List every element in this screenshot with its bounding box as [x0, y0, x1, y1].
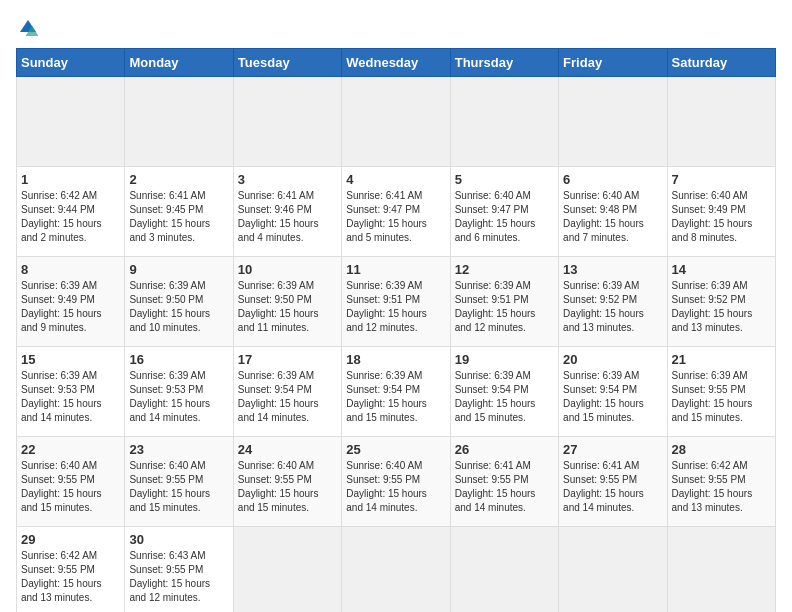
- week-row-2: 8Sunrise: 6:39 AMSunset: 9:49 PMDaylight…: [17, 257, 776, 347]
- cell-info: Sunrise: 6:39 AMSunset: 9:55 PMDaylight:…: [672, 369, 771, 425]
- calendar-cell: 24Sunrise: 6:40 AMSunset: 9:55 PMDayligh…: [233, 437, 341, 527]
- calendar-cell: [559, 77, 667, 167]
- day-number: 4: [346, 172, 445, 187]
- cell-info: Sunrise: 6:40 AMSunset: 9:55 PMDaylight:…: [129, 459, 228, 515]
- week-row-5: 29Sunrise: 6:42 AMSunset: 9:55 PMDayligh…: [17, 527, 776, 613]
- cell-info: Sunrise: 6:39 AMSunset: 9:52 PMDaylight:…: [563, 279, 662, 335]
- cell-info: Sunrise: 6:41 AMSunset: 9:46 PMDaylight:…: [238, 189, 337, 245]
- day-number: 13: [563, 262, 662, 277]
- day-number: 26: [455, 442, 554, 457]
- calendar-cell: 27Sunrise: 6:41 AMSunset: 9:55 PMDayligh…: [559, 437, 667, 527]
- day-number: 21: [672, 352, 771, 367]
- calendar-cell: [125, 77, 233, 167]
- week-row-0: [17, 77, 776, 167]
- day-number: 25: [346, 442, 445, 457]
- cell-info: Sunrise: 6:42 AMSunset: 9:55 PMDaylight:…: [672, 459, 771, 515]
- calendar-cell: 26Sunrise: 6:41 AMSunset: 9:55 PMDayligh…: [450, 437, 558, 527]
- day-number: 17: [238, 352, 337, 367]
- day-number: 24: [238, 442, 337, 457]
- calendar-cell: 20Sunrise: 6:39 AMSunset: 9:54 PMDayligh…: [559, 347, 667, 437]
- day-number: 8: [21, 262, 120, 277]
- calendar-cell: [667, 77, 775, 167]
- week-row-4: 22Sunrise: 6:40 AMSunset: 9:55 PMDayligh…: [17, 437, 776, 527]
- calendar-cell: 14Sunrise: 6:39 AMSunset: 9:52 PMDayligh…: [667, 257, 775, 347]
- calendar-cell: 11Sunrise: 6:39 AMSunset: 9:51 PMDayligh…: [342, 257, 450, 347]
- calendar-cell: 30Sunrise: 6:43 AMSunset: 9:55 PMDayligh…: [125, 527, 233, 613]
- calendar-cell: 8Sunrise: 6:39 AMSunset: 9:49 PMDaylight…: [17, 257, 125, 347]
- day-number: 18: [346, 352, 445, 367]
- calendar-cell: 2Sunrise: 6:41 AMSunset: 9:45 PMDaylight…: [125, 167, 233, 257]
- col-header-friday: Friday: [559, 49, 667, 77]
- day-number: 22: [21, 442, 120, 457]
- col-header-wednesday: Wednesday: [342, 49, 450, 77]
- calendar-cell: 12Sunrise: 6:39 AMSunset: 9:51 PMDayligh…: [450, 257, 558, 347]
- calendar-cell: 13Sunrise: 6:39 AMSunset: 9:52 PMDayligh…: [559, 257, 667, 347]
- cell-info: Sunrise: 6:40 AMSunset: 9:49 PMDaylight:…: [672, 189, 771, 245]
- day-number: 6: [563, 172, 662, 187]
- calendar-cell: 28Sunrise: 6:42 AMSunset: 9:55 PMDayligh…: [667, 437, 775, 527]
- day-number: 30: [129, 532, 228, 547]
- cell-info: Sunrise: 6:41 AMSunset: 9:45 PMDaylight:…: [129, 189, 228, 245]
- day-number: 11: [346, 262, 445, 277]
- logo-icon: [16, 16, 40, 40]
- cell-info: Sunrise: 6:39 AMSunset: 9:53 PMDaylight:…: [129, 369, 228, 425]
- day-number: 1: [21, 172, 120, 187]
- cell-info: Sunrise: 6:39 AMSunset: 9:54 PMDaylight:…: [563, 369, 662, 425]
- calendar-cell: 10Sunrise: 6:39 AMSunset: 9:50 PMDayligh…: [233, 257, 341, 347]
- calendar-cell: 9Sunrise: 6:39 AMSunset: 9:50 PMDaylight…: [125, 257, 233, 347]
- calendar-cell: 3Sunrise: 6:41 AMSunset: 9:46 PMDaylight…: [233, 167, 341, 257]
- calendar-cell: 16Sunrise: 6:39 AMSunset: 9:53 PMDayligh…: [125, 347, 233, 437]
- cell-info: Sunrise: 6:41 AMSunset: 9:47 PMDaylight:…: [346, 189, 445, 245]
- cell-info: Sunrise: 6:39 AMSunset: 9:52 PMDaylight:…: [672, 279, 771, 335]
- day-number: 16: [129, 352, 228, 367]
- calendar-cell: [667, 527, 775, 613]
- calendar-cell: [17, 77, 125, 167]
- cell-info: Sunrise: 6:39 AMSunset: 9:50 PMDaylight:…: [238, 279, 337, 335]
- page-header: [16, 16, 776, 40]
- cell-info: Sunrise: 6:39 AMSunset: 9:53 PMDaylight:…: [21, 369, 120, 425]
- calendar-cell: 5Sunrise: 6:40 AMSunset: 9:47 PMDaylight…: [450, 167, 558, 257]
- header-row: SundayMondayTuesdayWednesdayThursdayFrid…: [17, 49, 776, 77]
- cell-info: Sunrise: 6:40 AMSunset: 9:55 PMDaylight:…: [21, 459, 120, 515]
- day-number: 20: [563, 352, 662, 367]
- day-number: 3: [238, 172, 337, 187]
- cell-info: Sunrise: 6:39 AMSunset: 9:51 PMDaylight:…: [455, 279, 554, 335]
- col-header-sunday: Sunday: [17, 49, 125, 77]
- cell-info: Sunrise: 6:40 AMSunset: 9:55 PMDaylight:…: [346, 459, 445, 515]
- calendar-cell: 22Sunrise: 6:40 AMSunset: 9:55 PMDayligh…: [17, 437, 125, 527]
- cell-info: Sunrise: 6:39 AMSunset: 9:51 PMDaylight:…: [346, 279, 445, 335]
- calendar-cell: [342, 527, 450, 613]
- calendar-cell: [450, 527, 558, 613]
- day-number: 5: [455, 172, 554, 187]
- cell-info: Sunrise: 6:39 AMSunset: 9:54 PMDaylight:…: [238, 369, 337, 425]
- day-number: 12: [455, 262, 554, 277]
- cell-info: Sunrise: 6:40 AMSunset: 9:55 PMDaylight:…: [238, 459, 337, 515]
- week-row-3: 15Sunrise: 6:39 AMSunset: 9:53 PMDayligh…: [17, 347, 776, 437]
- day-number: 23: [129, 442, 228, 457]
- calendar-cell: 29Sunrise: 6:42 AMSunset: 9:55 PMDayligh…: [17, 527, 125, 613]
- calendar-cell: [450, 77, 558, 167]
- calendar-cell: [233, 527, 341, 613]
- day-number: 10: [238, 262, 337, 277]
- calendar-cell: 6Sunrise: 6:40 AMSunset: 9:48 PMDaylight…: [559, 167, 667, 257]
- day-number: 28: [672, 442, 771, 457]
- cell-info: Sunrise: 6:42 AMSunset: 9:55 PMDaylight:…: [21, 549, 120, 605]
- calendar-cell: 17Sunrise: 6:39 AMSunset: 9:54 PMDayligh…: [233, 347, 341, 437]
- cell-info: Sunrise: 6:39 AMSunset: 9:49 PMDaylight:…: [21, 279, 120, 335]
- cell-info: Sunrise: 6:40 AMSunset: 9:47 PMDaylight:…: [455, 189, 554, 245]
- calendar-cell: 18Sunrise: 6:39 AMSunset: 9:54 PMDayligh…: [342, 347, 450, 437]
- day-number: 14: [672, 262, 771, 277]
- calendar-cell: 4Sunrise: 6:41 AMSunset: 9:47 PMDaylight…: [342, 167, 450, 257]
- col-header-thursday: Thursday: [450, 49, 558, 77]
- cell-info: Sunrise: 6:39 AMSunset: 9:54 PMDaylight:…: [346, 369, 445, 425]
- day-number: 29: [21, 532, 120, 547]
- calendar-cell: 15Sunrise: 6:39 AMSunset: 9:53 PMDayligh…: [17, 347, 125, 437]
- day-number: 9: [129, 262, 228, 277]
- calendar-cell: [342, 77, 450, 167]
- cell-info: Sunrise: 6:39 AMSunset: 9:54 PMDaylight:…: [455, 369, 554, 425]
- calendar-cell: 1Sunrise: 6:42 AMSunset: 9:44 PMDaylight…: [17, 167, 125, 257]
- day-number: 7: [672, 172, 771, 187]
- cell-info: Sunrise: 6:43 AMSunset: 9:55 PMDaylight:…: [129, 549, 228, 605]
- calendar-table: SundayMondayTuesdayWednesdayThursdayFrid…: [16, 48, 776, 612]
- calendar-cell: 23Sunrise: 6:40 AMSunset: 9:55 PMDayligh…: [125, 437, 233, 527]
